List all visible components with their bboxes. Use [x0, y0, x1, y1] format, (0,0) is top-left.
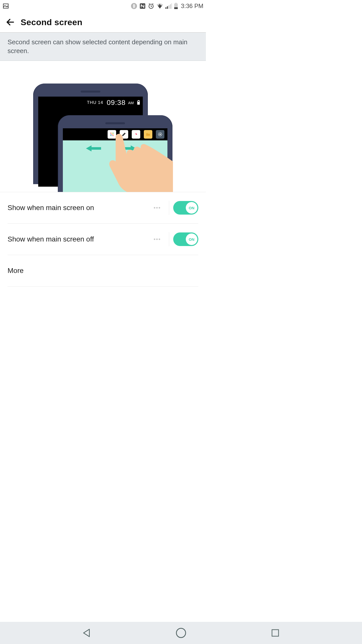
toggle-main-on[interactable]: ON	[173, 201, 198, 215]
app-bar: Second screen	[0, 12, 206, 33]
illus-battery-icon	[137, 101, 140, 105]
picture-icon	[3, 3, 9, 9]
svg-rect-7	[170, 4, 171, 9]
signal-icon	[165, 3, 172, 9]
more-dots-icon[interactable]: •••	[150, 205, 165, 211]
illus-day: THU 14	[87, 100, 103, 105]
setting-row-more[interactable]: More	[8, 255, 198, 287]
illus-time: 09:38	[107, 99, 125, 107]
battery-icon	[174, 3, 178, 9]
alarm-icon	[148, 3, 154, 9]
toggle-state: ON	[186, 202, 197, 214]
wifi-icon	[156, 3, 163, 9]
svg-rect-9	[175, 3, 177, 4]
setting-label: More	[8, 267, 198, 275]
more-dots-icon[interactable]: •••	[150, 236, 165, 243]
svg-rect-11	[174, 7, 178, 9]
info-banner: Second screen can show selected content …	[0, 33, 206, 61]
svg-rect-6	[168, 5, 169, 9]
setting-row-main-off[interactable]: Show when main screen off ••• ON	[8, 224, 198, 255]
svg-rect-4	[165, 7, 166, 9]
settings-list: Show when main screen on ••• ON Show whe…	[0, 192, 206, 287]
info-text: Second screen can show selected content …	[8, 38, 187, 55]
bluetooth-icon	[131, 3, 137, 9]
nfc-icon	[139, 3, 146, 9]
illus-ampm: AM	[128, 101, 134, 105]
setting-label: Show when main screen off	[8, 235, 150, 243]
svg-rect-8	[171, 3, 172, 9]
setting-row-main-on[interactable]: Show when main screen on ••• ON	[8, 192, 198, 224]
setting-label: Show when main screen on	[8, 204, 150, 212]
back-arrow-icon[interactable]	[6, 17, 15, 27]
toggle-main-off[interactable]: ON	[173, 232, 198, 246]
status-clock: 3:36 PM	[181, 3, 203, 10]
finger-pointer-icon	[105, 131, 173, 192]
divider	[169, 201, 169, 215]
svg-rect-5	[167, 6, 168, 9]
illustration: THU 14 09:38 AM	[0, 61, 206, 192]
divider	[169, 232, 169, 246]
toggle-state: ON	[186, 233, 197, 245]
status-bar: 3:36 PM	[0, 0, 206, 12]
page-title: Second screen	[21, 17, 82, 27]
